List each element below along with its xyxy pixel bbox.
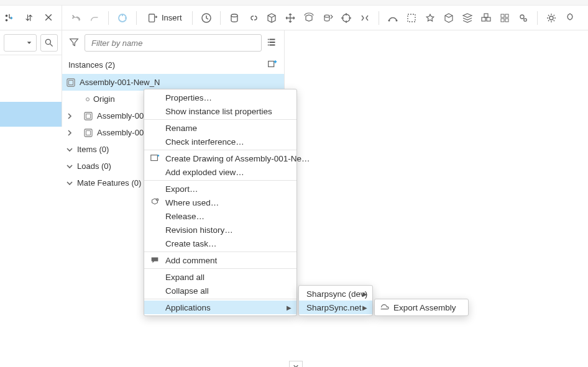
main-toolbar: Insert — [62, 6, 588, 30]
svg-point-20 — [523, 18, 526, 20]
menu-item-expand-all[interactable]: Expand all — [144, 270, 296, 284]
menu-item-rename[interactable]: Rename — [144, 121, 296, 135]
svg-rect-28 — [85, 112, 92, 120]
compare-icon[interactable] — [24, 12, 35, 24]
menu-item-where-used[interactable]: Where used… — [144, 196, 296, 209]
bottom-expand-handle[interactable] — [289, 361, 303, 367]
clock-icon[interactable] — [198, 9, 215, 27]
redo-button[interactable] — [86, 9, 103, 27]
chevron-right-icon[interactable] — [66, 112, 73, 120]
mate-icon[interactable] — [356, 9, 374, 27]
filter-icon[interactable] — [68, 37, 80, 50]
submenu-arrow-icon: ▶ — [287, 304, 292, 311]
settings-shape-icon[interactable] — [561, 9, 579, 27]
svg-point-24 — [268, 44, 269, 45]
undo-button[interactable] — [67, 9, 85, 27]
chevron-down-icon[interactable] — [66, 146, 73, 153]
svg-rect-18 — [505, 19, 508, 22]
svg-rect-26 — [67, 79, 75, 86]
svg-rect-15 — [501, 14, 504, 17]
left-selection-strip — [0, 102, 62, 127]
submenu-arrow-icon: ▶ — [362, 304, 367, 311]
insert-element-icon[interactable] — [4, 12, 15, 24]
connector-icon[interactable] — [384, 9, 402, 27]
list-view-icon[interactable] — [267, 37, 278, 50]
search-icon — [44, 38, 54, 48]
svg-rect-17 — [501, 19, 504, 22]
svg-point-0 — [6, 14, 8, 17]
tree-node-label: Assembly-003 — [97, 128, 148, 137]
svg-rect-25 — [269, 61, 274, 66]
grid-icon[interactable] — [496, 9, 513, 27]
sharpsync-submenu: Export Assembly — [374, 299, 469, 316]
gears-icon[interactable] — [515, 9, 532, 27]
menu-item-sharpsync-net[interactable]: SharpSync.net ▶ — [299, 301, 372, 314]
cylinder-icon[interactable] — [226, 9, 243, 27]
menu-item-export-assembly[interactable]: Export Assembly — [375, 301, 468, 314]
tree-node-label: Assembly-001-New_N — [80, 78, 160, 87]
svg-rect-11 — [408, 14, 415, 22]
add-instance-icon[interactable] — [267, 58, 278, 71]
svg-point-19 — [520, 15, 524, 19]
tree-section-label: Mate Features (0) — [77, 178, 141, 188]
close-icon[interactable] — [44, 12, 55, 24]
tree-node-label: Assembly-002 — [97, 111, 148, 120]
cylinder-move-icon[interactable] — [319, 9, 336, 27]
chevron-down-icon[interactable] — [66, 179, 73, 187]
menu-item-check-interference[interactable]: Check interference… — [144, 135, 296, 148]
svg-rect-30 — [85, 129, 92, 137]
svg-point-22 — [268, 39, 269, 40]
menu-item-add-comment[interactable]: Add comment — [144, 253, 296, 267]
menu-item-add-exploded-view[interactable]: Add exploded view… — [144, 165, 296, 179]
chevron-down-icon[interactable] — [66, 163, 73, 170]
link-icon[interactable] — [244, 9, 262, 27]
svg-point-9 — [388, 19, 390, 21]
menu-item-show-instance-list-properties[interactable]: Show instance list properties — [144, 104, 296, 118]
menu-item-applications[interactable]: Applications ▶ — [144, 301, 296, 314]
left-dropdown[interactable] — [4, 34, 37, 52]
svg-rect-4 — [149, 14, 155, 22]
menu-item-sharpsync-dev[interactable]: Sharpsync (dev) ▶ — [299, 287, 372, 301]
svg-point-21 — [549, 16, 553, 20]
select-box-icon[interactable] — [403, 9, 420, 27]
menu-item-properties[interactable]: Properties… — [144, 91, 296, 104]
layers-icon[interactable] — [459, 9, 476, 27]
menu-item-revision-history[interactable]: Revision history… — [144, 223, 296, 237]
tree-section-label: Loads (0) — [77, 161, 111, 171]
package-icon[interactable] — [440, 9, 457, 27]
svg-rect-29 — [86, 114, 91, 118]
chevron-right-icon[interactable] — [66, 129, 73, 137]
svg-rect-12 — [482, 17, 485, 21]
tree-node-label: Origin — [93, 94, 115, 104]
svg-rect-14 — [484, 14, 488, 17]
menu-item-release[interactable]: Release… — [144, 209, 296, 223]
menu-item-create-drawing[interactable]: Create Drawing of Assembly-001-Ne… — [144, 152, 296, 165]
assembly-icon — [66, 78, 76, 88]
svg-point-7 — [324, 15, 329, 17]
tree-node-assembly-001[interactable]: Assembly-001-New_N — [62, 74, 284, 91]
applications-submenu: Sharpsync (dev) ▶ SharpSync.net ▶ — [298, 285, 373, 316]
svg-rect-13 — [487, 17, 490, 21]
refresh-button[interactable] — [114, 9, 131, 27]
tree-section-label: Items (0) — [77, 145, 109, 154]
svg-point-1 — [6, 19, 8, 21]
context-menu: Properties… Show instance list propertie… — [144, 89, 297, 316]
document-plus-icon — [147, 12, 158, 24]
rotate-cube-icon[interactable] — [300, 9, 318, 27]
caret-down-icon — [26, 40, 32, 46]
menu-item-create-task[interactable]: Create task… — [144, 237, 296, 250]
menu-item-collapse-all[interactable]: Collapse all — [144, 284, 296, 297]
menu-item-export[interactable]: Export… — [144, 182, 296, 196]
insert-button[interactable]: Insert — [142, 9, 187, 27]
submenu-arrow-icon: ▶ — [362, 291, 367, 297]
star-box-icon[interactable] — [421, 9, 439, 27]
filter-input[interactable] — [85, 34, 262, 52]
cube-icon[interactable] — [263, 9, 280, 27]
search-button[interactable] — [40, 34, 58, 52]
boxes-icon[interactable] — [477, 9, 495, 27]
export-assembly-icon — [379, 302, 390, 312]
target-icon[interactable] — [338, 9, 355, 27]
gear-icon[interactable] — [543, 9, 560, 27]
move-icon[interactable] — [282, 9, 299, 27]
svg-point-2 — [45, 39, 50, 44]
